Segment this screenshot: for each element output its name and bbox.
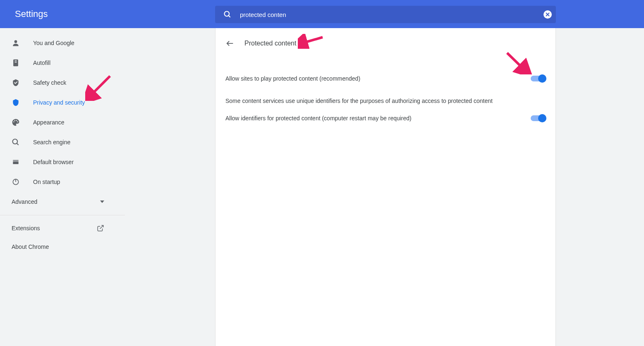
- settings-panel: Protected content Allow sites to play pr…: [215, 28, 556, 346]
- sidebar-item-on-startup[interactable]: On startup: [0, 172, 124, 192]
- svg-point-4: [14, 40, 17, 43]
- setting-allow-protected-content: Allow sites to play protected content (r…: [225, 68, 546, 89]
- svg-line-6: [17, 143, 19, 145]
- sidebar-about[interactable]: About Chrome: [0, 238, 124, 256]
- sidebar-item-label: Default browser: [33, 159, 74, 165]
- about-label: About Chrome: [12, 243, 49, 250]
- autofill-icon: [12, 59, 20, 67]
- sidebar-item-privacy-security[interactable]: Privacy and security: [0, 93, 124, 112]
- back-button[interactable]: [225, 39, 235, 48]
- sidebar: You and Google Autofill Safety check Pri…: [0, 28, 124, 346]
- app-header: Settings: [0, 0, 644, 28]
- svg-point-0: [225, 12, 230, 17]
- clear-search-icon[interactable]: [543, 10, 552, 19]
- svg-point-5: [13, 139, 18, 144]
- app-title: Settings: [15, 9, 48, 19]
- panel-title: Protected content: [244, 40, 296, 47]
- extensions-label: Extensions: [12, 225, 40, 231]
- power-icon: [12, 178, 20, 186]
- search-input[interactable]: [240, 11, 543, 18]
- sidebar-item-autofill[interactable]: Autofill: [0, 53, 124, 73]
- sidebar-item-label: Autofill: [33, 60, 50, 66]
- sidebar-item-label: On startup: [33, 179, 60, 185]
- toggle-allow-protected-content[interactable]: [531, 76, 546, 81]
- sidebar-item-label: Privacy and security: [33, 99, 85, 106]
- person-icon: [12, 39, 20, 47]
- sidebar-item-you-and-google[interactable]: You and Google: [0, 33, 124, 53]
- sidebar-item-appearance[interactable]: Appearance: [0, 112, 124, 132]
- svg-line-1: [229, 16, 230, 17]
- sidebar-item-default-browser[interactable]: Default browser: [0, 152, 124, 172]
- external-link-icon: [97, 224, 104, 232]
- advanced-label: Advanced: [12, 198, 37, 205]
- sidebar-extensions[interactable]: Extensions: [0, 219, 116, 238]
- sidebar-advanced[interactable]: Advanced: [0, 192, 116, 212]
- palette-icon: [12, 118, 20, 126]
- sidebar-item-label: You and Google: [33, 40, 74, 46]
- setting-label: Allow identifiers for protected content …: [225, 115, 412, 122]
- info-text: Some content services use unique identif…: [225, 89, 546, 107]
- toggle-allow-identifiers[interactable]: [531, 115, 546, 121]
- browser-icon: [12, 158, 20, 166]
- setting-label: Allow sites to play protected content (r…: [225, 75, 360, 82]
- panel-header: Protected content: [225, 39, 546, 48]
- safety-check-icon: [12, 79, 20, 87]
- shield-icon: [12, 98, 20, 107]
- chevron-down-icon: [100, 200, 104, 203]
- sidebar-item-safety-check[interactable]: Safety check: [0, 73, 124, 93]
- sidebar-item-label: Search engine: [33, 139, 70, 146]
- sidebar-item-label: Safety check: [33, 79, 66, 86]
- sidebar-item-search-engine[interactable]: Search engine: [0, 132, 124, 152]
- divider: [0, 215, 125, 215]
- sidebar-item-label: Appearance: [33, 119, 65, 126]
- search-engine-icon: [12, 138, 20, 146]
- search-box[interactable]: [215, 6, 556, 23]
- setting-allow-identifiers: Allow identifiers for protected content …: [225, 107, 546, 129]
- search-icon: [223, 10, 232, 19]
